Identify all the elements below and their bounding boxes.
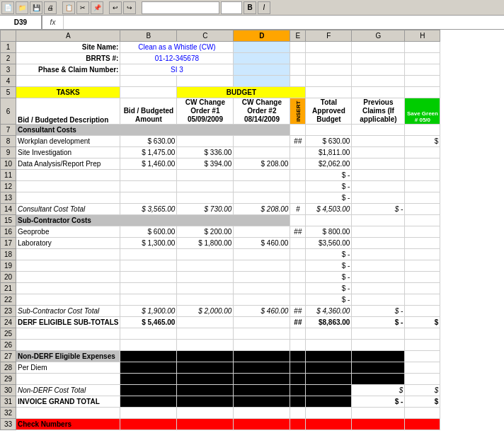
col-header-d[interactable]: D <box>234 30 290 42</box>
cell-a28[interactable]: Per Diem <box>16 362 120 374</box>
cell-a32[interactable] <box>16 408 120 419</box>
cell-g23[interactable]: $ - <box>352 306 405 317</box>
italic-button[interactable]: I <box>258 1 270 14</box>
cell-a16[interactable]: Geoprobe <box>16 226 120 238</box>
cell-a21[interactable] <box>16 283 120 294</box>
cell-h23[interactable] <box>405 306 440 317</box>
cell-d9[interactable] <box>234 147 290 159</box>
cell-a33[interactable]: Check Numbers <box>16 419 120 430</box>
cell-d30[interactable] <box>234 385 290 396</box>
cell-a10[interactable]: Data Analysis/Report Prep <box>16 159 120 170</box>
cell-c26[interactable] <box>177 340 234 351</box>
cell-h22[interactable] <box>405 294 440 306</box>
cell-d1[interactable] <box>234 42 290 53</box>
cell-f32[interactable] <box>306 408 352 419</box>
cell-g22[interactable] <box>352 294 405 306</box>
cell-f4[interactable] <box>306 76 352 87</box>
cell-h25[interactable] <box>405 328 440 340</box>
cell-d14[interactable]: $ 208.00 <box>234 204 290 215</box>
cell-a18[interactable] <box>16 249 120 260</box>
cell-g21[interactable] <box>352 283 405 294</box>
cell-g4[interactable] <box>352 76 405 87</box>
cell-c5-budget[interactable]: BUDGET <box>177 87 306 98</box>
cell-e22[interactable] <box>290 294 306 306</box>
cell-g6[interactable]: Previous Claims (If applicable) <box>352 98 405 125</box>
font-size-input[interactable]: 10 <box>221 1 242 14</box>
cell-e28[interactable] <box>290 362 306 374</box>
cell-e29[interactable] <box>290 374 306 385</box>
cell-b18[interactable] <box>120 249 177 260</box>
cell-e9[interactable] <box>290 147 306 159</box>
cell-e26[interactable] <box>290 340 306 351</box>
cell-e19[interactable] <box>290 260 306 272</box>
cell-f21[interactable]: $ - <box>306 283 352 294</box>
cell-c24[interactable] <box>177 317 234 328</box>
cell-f27[interactable] <box>306 351 352 362</box>
cell-d23[interactable]: $ 460.00 <box>234 306 290 317</box>
cell-g8[interactable] <box>352 136 405 147</box>
cell-e20[interactable] <box>290 272 306 283</box>
cell-g20[interactable] <box>352 272 405 283</box>
cell-e15[interactable] <box>290 215 306 226</box>
redo-btn[interactable]: ↪ <box>123 1 136 14</box>
cell-c9[interactable]: $ 336.00 <box>177 147 234 159</box>
cell-e30[interactable] <box>290 385 306 396</box>
cell-b29[interactable] <box>120 374 177 385</box>
cell-a17[interactable]: Laboratory <box>16 238 120 249</box>
cell-f1[interactable] <box>306 42 352 53</box>
cut-btn[interactable]: ✂ <box>76 1 89 14</box>
col-header-a[interactable]: A <box>16 30 120 42</box>
cell-c22[interactable] <box>177 294 234 306</box>
cell-h4[interactable] <box>405 76 440 87</box>
cell-a30[interactable]: Non-DERF Cost Total <box>16 385 120 396</box>
cell-f5[interactable] <box>306 87 352 98</box>
cell-b20[interactable] <box>120 272 177 283</box>
cell-e6-insert[interactable]: INSERT <box>290 98 306 125</box>
cell-g11[interactable] <box>352 170 405 181</box>
cell-b6[interactable]: Bid / Budgeted Amount <box>120 98 177 125</box>
cell-a11[interactable] <box>16 170 120 181</box>
cell-h6[interactable]: Save Green # 05/0 <box>405 98 440 125</box>
cell-f26[interactable] <box>306 340 352 351</box>
cell-g32[interactable] <box>352 408 405 419</box>
cell-g18[interactable] <box>352 249 405 260</box>
cell-h17[interactable] <box>405 238 440 249</box>
cell-e8[interactable]: ## <box>290 136 306 147</box>
cell-e27[interactable] <box>290 351 306 362</box>
cell-b24[interactable]: $ 5,465.00 <box>120 317 177 328</box>
cell-e2[interactable] <box>290 53 306 64</box>
cell-d13[interactable] <box>234 192 290 204</box>
cell-e18[interactable] <box>290 249 306 260</box>
cell-c14[interactable]: $ 730.00 <box>177 204 234 215</box>
cell-h26[interactable] <box>405 340 440 351</box>
cell-g17[interactable] <box>352 238 405 249</box>
cell-f17[interactable]: $3,560.00 <box>306 238 352 249</box>
col-header-b[interactable]: B <box>120 30 177 42</box>
cell-g16[interactable] <box>352 226 405 238</box>
cell-a9[interactable]: Site Investigation <box>16 147 120 159</box>
cell-c11[interactable] <box>177 170 234 181</box>
cell-f19[interactable]: $ - <box>306 260 352 272</box>
cell-f28[interactable] <box>306 362 352 374</box>
cell-e13[interactable] <box>290 192 306 204</box>
cell-h14[interactable] <box>405 204 440 215</box>
cell-e7[interactable] <box>290 125 306 136</box>
cell-d3[interactable] <box>234 64 290 76</box>
col-header-e[interactable]: E <box>290 30 306 42</box>
cell-c19[interactable] <box>177 260 234 272</box>
cell-d12[interactable] <box>234 181 290 192</box>
cell-d8[interactable] <box>234 136 290 147</box>
cell-g9[interactable] <box>352 147 405 159</box>
cell-g24[interactable]: $ - <box>352 317 405 328</box>
cell-e4[interactable] <box>290 76 306 87</box>
cell-b13[interactable] <box>120 192 177 204</box>
cell-a19[interactable] <box>16 260 120 272</box>
cell-a26[interactable] <box>16 340 120 351</box>
cell-d26[interactable] <box>234 340 290 351</box>
cell-d19[interactable] <box>234 260 290 272</box>
bold-button[interactable]: B <box>244 1 256 14</box>
cell-g5[interactable] <box>352 87 405 98</box>
cell-e10[interactable] <box>290 159 306 170</box>
formula-content[interactable] <box>64 16 504 29</box>
cell-e24[interactable]: ## <box>290 317 306 328</box>
